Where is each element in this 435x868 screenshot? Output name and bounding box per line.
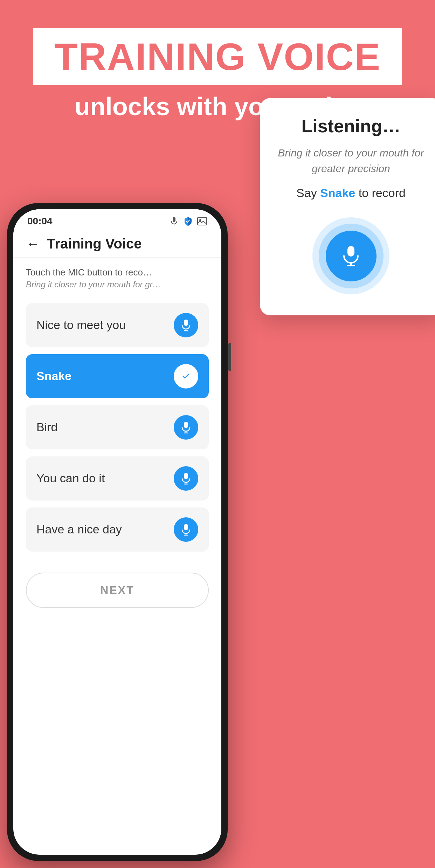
phone-side-button [228,343,231,371]
mic-button-3[interactable] [174,415,198,440]
training-item-label-3: Bird [36,420,57,434]
say-keyword: Snake [320,186,355,200]
listening-popup: Listening… Bring it closer to your mouth… [260,98,435,315]
next-btn-wrapper: NEXT [13,562,221,618]
svg-rect-8 [184,422,188,428]
say-instruction: Say Snake to record [277,186,424,200]
page-title: TRAINING VOICE [54,35,381,78]
training-item-label-1: Nice to meet you [36,318,126,332]
training-item-3: Bird [26,405,209,449]
phone-outer: 00:04 [7,203,228,861]
status-time: 00:04 [27,216,53,227]
image-status-icon [197,216,207,226]
training-item-1: Nice to meet you [26,303,209,347]
svg-rect-14 [184,524,188,530]
training-item-5: Have a nice day [26,507,209,552]
training-item-label-4: You can do it [36,471,105,485]
listening-desc: Bring it closer to your mouth for greate… [277,145,424,176]
status-bar: 00:04 [13,209,221,230]
svg-rect-17 [347,246,354,257]
title-box: TRAINING VOICE [33,28,402,85]
say-prefix: Say [296,186,320,200]
next-button[interactable]: NEXT [26,573,209,608]
mic-button-2[interactable] [174,364,198,388]
training-items-list: Nice to meet you Snake [13,296,221,559]
mic-button-4[interactable] [174,466,198,491]
mic-status-icon [169,216,179,226]
status-icons [169,216,207,226]
shield-status-icon [183,216,193,226]
svg-rect-2 [198,217,207,225]
training-item-label-5: Have a nice day [36,523,122,536]
mic-animation[interactable] [312,217,389,294]
say-suffix: to record [355,186,406,200]
mic-center-button[interactable] [326,231,377,281]
training-item-4: You can do it [26,456,209,500]
mic-button-1[interactable] [174,313,198,337]
training-item-2: Snake [26,354,209,398]
back-button[interactable]: ← [26,236,40,252]
svg-rect-4 [184,320,188,326]
instruction-area: Touch the MIC button to reco… Bring it c… [13,258,221,296]
mic-button-5[interactable] [174,517,198,542]
nav-title: Training Voice [47,236,141,252]
training-item-label-2: Snake [36,369,71,383]
instruction-sub: Bring it closer to your mouth for gr… [26,279,209,290]
instruction-main: Touch the MIC button to reco… [26,266,209,279]
top-nav: ← Training Voice [13,230,221,258]
listening-title: Listening… [277,115,424,136]
svg-rect-0 [173,217,175,222]
phone-mockup: 00:04 [7,203,231,868]
svg-rect-11 [184,473,188,479]
phone-inner: 00:04 [13,209,221,855]
